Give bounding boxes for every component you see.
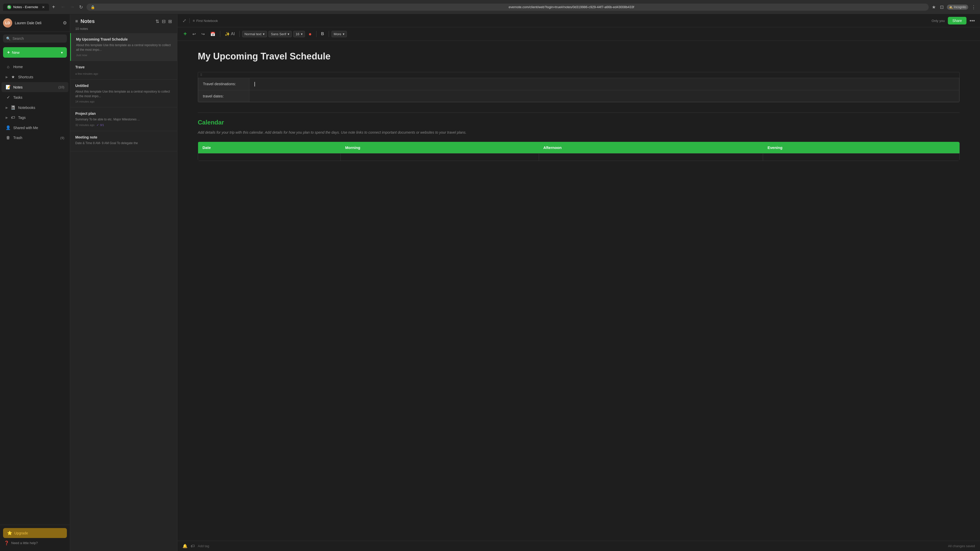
notebook-label: First Notebook [196,19,218,23]
more-select[interactable]: More ▾ [331,31,347,37]
visibility-badge: Only you [932,19,945,23]
settings-icon[interactable]: ⚙ [63,20,67,26]
font-size-select[interactable]: 16 ▾ [293,31,305,37]
help-link[interactable]: ❓ Need a little help? [3,538,67,548]
view-toggle-button[interactable]: ⊞ [168,19,172,24]
list-item[interactable]: Meeting note Date & Time 8 AM- 9 AM Goal… [70,131,177,151]
expand-icon: ▶ [6,116,8,119]
calendar-cell[interactable] [198,153,341,161]
text-style-select[interactable]: Normal text ▾ [242,31,267,37]
upgrade-button[interactable]: ⭐ Upgrade [3,528,67,538]
note-time: 14 minutes ago [75,100,94,103]
editor-more-button[interactable]: ••• [969,18,975,24]
ai-button[interactable]: ✨ AI [223,30,237,38]
editor-footer: 🔔 🏷 Add tag All changes saved [177,541,980,551]
text-style-label: Normal text [245,32,261,36]
list-item[interactable]: My Upcoming Travel Schedule About this t… [70,33,177,61]
list-item[interactable]: Trave a few minutes ago [70,61,177,79]
notes-list-panel: ≡ Notes ⇅ ⊟ ⊞ 10 notes My Upcoming Trave… [70,14,177,551]
note-title: My Upcoming Travel Schedule [76,37,172,41]
notes-list-actions: ⇅ ⊟ ⊞ [156,19,172,24]
avatar: LD [3,18,12,27]
tag-icon[interactable]: 🏷 [191,544,195,548]
sidebar-item-notes[interactable]: 📝 Notes (10) [2,82,68,92]
calendar-cell[interactable] [341,153,539,161]
back-button[interactable]: ← [59,3,67,11]
sort-button[interactable]: ⇅ [156,19,159,24]
sidebar-item-trash[interactable]: 🗑 Trash (9) [2,133,68,143]
note-heading: My Upcoming Travel Schedule [198,51,959,62]
tags-icon: 🏷 [11,115,16,120]
undo-button[interactable]: ↩ [190,30,198,38]
notebook-icon: ≡ [192,19,195,23]
calendar-header-row: Date Morning Afternoon Evening [198,142,959,154]
tab-close-icon[interactable]: ✕ [42,5,45,9]
tab-add-button[interactable]: + [50,3,57,11]
cursor-line [255,82,255,86]
new-chevron-icon: ▾ [61,51,63,55]
address-bar[interactable]: 🔒 evernote.com/client/web?login=true#/no… [86,3,929,11]
notebook-breadcrumb[interactable]: ≡ First Notebook [192,19,218,23]
sidebar-item-label: Notes [13,85,56,89]
sidebar-footer: ⭐ Upgrade ❓ Need a little help? [0,525,70,551]
sidebar-item-tasks[interactable]: ✓ Tasks [2,92,68,102]
star-button[interactable]: ★ [931,3,937,11]
app-container: LD Lauren Dale Deli ⚙ 🔍 Search + New ▾ ⌂… [0,14,980,551]
toolbar-divider [239,31,240,37]
trash-icon: 🗑 [6,135,11,140]
sidebar-item-shortcuts[interactable]: ▶ ★ Shortcuts [2,72,68,82]
tab-favicon: 🐘 [7,5,11,9]
bold-button[interactable]: B [319,30,326,38]
list-item[interactable]: Untitled About this template Use this te… [70,79,177,107]
upgrade-label: Upgrade [14,531,28,535]
note-meta: 14 minutes ago [75,100,172,103]
filter-button[interactable]: ⊟ [162,19,165,24]
add-content-button[interactable]: + [181,29,189,38]
list-item[interactable]: Project plan Summary To be able to etc. … [70,107,177,131]
sidebar-item-notebooks[interactable]: ▶ 📓 Notebooks [2,103,68,113]
editor-content[interactable]: My Upcoming Travel Schedule ⠿ Travel des… [177,41,980,541]
browser-nav: ← → ↻ [59,3,84,11]
redo-button[interactable]: ↪ [199,30,207,38]
calendar-table: Date Morning Afternoon Evening [198,142,959,161]
sidebar-item-tags[interactable]: ▶ 🏷 Tags [2,113,68,122]
calendar-desc: Add details for your trip with this cale… [198,130,959,136]
sidebar-item-shared[interactable]: 👤 Shared with Me [2,123,68,133]
note-preview: Summary To be able to etc. Major Milesto… [75,117,172,122]
editor-panel: ⤢ ≡ First Notebook Only you Share ••• + … [177,14,980,551]
sidebar-header: LD Lauren Dale Deli ⚙ [0,14,70,32]
help-label: Need a little help? [11,541,38,545]
new-button[interactable]: + New ▾ [3,47,67,58]
calendar-button[interactable]: 📅 [208,30,218,38]
table-input-cell[interactable] [249,90,959,102]
forward-button[interactable]: → [68,3,76,11]
bell-icon[interactable]: 🔔 [183,544,188,548]
search-icon: 🔍 [6,37,11,41]
layout-button[interactable]: ⊡ [939,3,945,11]
expand-icon[interactable]: ⤢ [183,18,186,24]
font-size-label: 16 [296,32,299,36]
add-tag-placeholder[interactable]: Add tag [198,544,209,548]
browser-more-button[interactable]: ⋮ [970,3,977,11]
tasks-icon: ✓ [6,95,11,100]
active-tab[interactable]: 🐘 Notes - Evernote ✕ [3,3,49,11]
table-drag-handle[interactable]: ⠿ [198,72,959,78]
search-box[interactable]: 🔍 Search [3,35,67,43]
calendar-cell[interactable] [539,153,763,161]
table-row: Travel destinations: [198,78,959,90]
note-meta: a few minutes ago [75,72,172,75]
more-label: More [334,32,342,36]
sidebar-item-home[interactable]: ⌂ Home [2,62,68,72]
shortcuts-icon: ★ [11,75,16,79]
color-button[interactable]: ● [307,30,313,38]
table-input-cell[interactable] [249,78,959,90]
refresh-button[interactable]: ↻ [78,3,84,11]
share-button[interactable]: Share [948,17,966,24]
calendar-cell[interactable] [763,153,959,161]
sidebar-item-label: Shared with Me [13,126,64,130]
font-chevron: ▾ [288,32,290,36]
trash-badge: (9) [60,136,64,140]
font-select[interactable]: Sans Serif ▾ [269,31,292,37]
incognito-badge: 🕵 Incognito [947,5,968,10]
note-title: Meeting note [75,135,172,139]
